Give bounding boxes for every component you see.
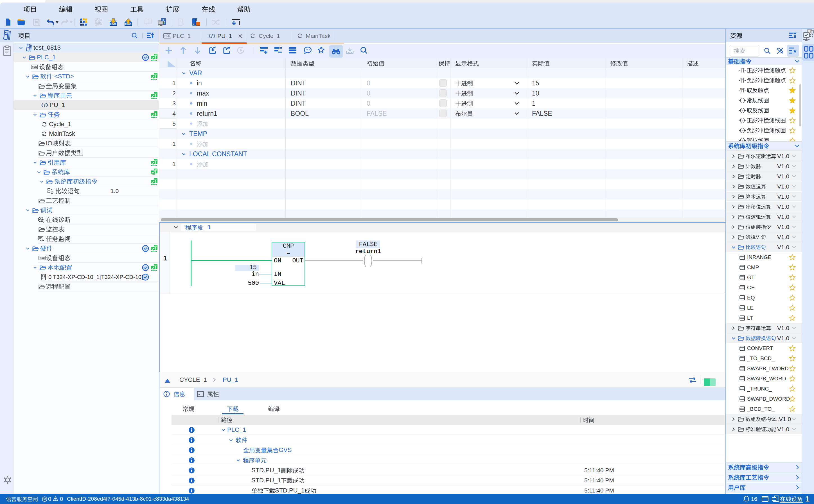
svg-text:N: N: [742, 78, 743, 80]
svg-text:P: P: [742, 119, 743, 122]
svg-text:N: N: [742, 129, 743, 132]
svg-text:S: S: [742, 139, 743, 142]
svg-text:/: /: [742, 109, 743, 112]
svg-text:P: P: [742, 68, 743, 70]
svg-text:NOT: NOT: [740, 88, 745, 90]
